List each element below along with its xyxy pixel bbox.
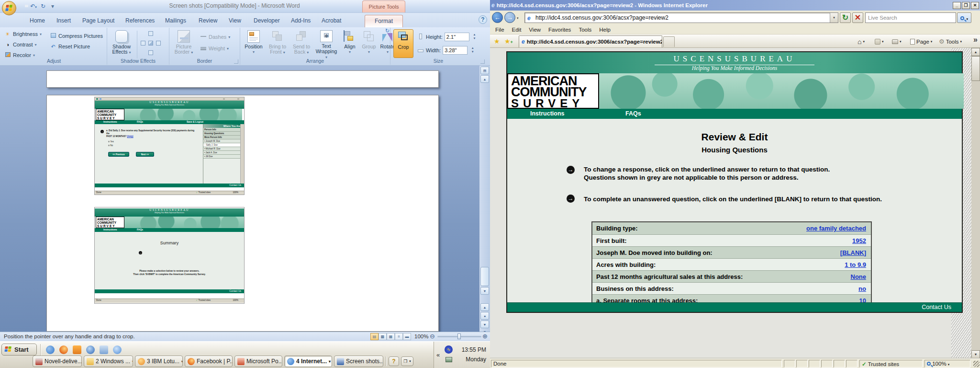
history-dropdown-icon[interactable]: ▾ (517, 16, 519, 20)
tray-clock-day[interactable]: Monday (466, 356, 486, 363)
next-page-icon[interactable]: ▼▼ (480, 321, 489, 328)
width-stepper[interactable]: ▲▼ (469, 46, 476, 55)
full-screen-reading-view-icon[interactable]: ▩ (379, 333, 387, 340)
print-layout-view-icon[interactable]: ▤ (370, 333, 379, 340)
quicklaunch-maxthon-icon[interactable] (113, 345, 122, 354)
taskbar-button-lotus-group[interactable]: 3 IBM Lotu...▾ (135, 356, 183, 367)
contact-us-link[interactable]: Contact Us (922, 304, 951, 310)
compress-pictures-button[interactable]: Compress Pictures (50, 33, 103, 39)
answer-link-acres[interactable]: 1 to 9.9 (845, 261, 871, 268)
select-browse-object-icon[interactable]: ● (480, 312, 489, 320)
print-button[interactable]: ▾ (892, 36, 902, 46)
page-zoom-pane[interactable]: 100% ▾ (924, 360, 970, 368)
scroll-down-icon[interactable]: ▼ (480, 287, 489, 295)
taskbar-button-windows-group[interactable]: 2 Windows ...▾ (84, 356, 133, 367)
view-ruler-icon[interactable]: ▤ (480, 67, 489, 74)
redo-icon[interactable]: ↻ (39, 2, 47, 10)
close-icon[interactable]: ✕ (971, 2, 979, 9)
mini-sidebar-person-2-selected[interactable]: – Sally J. Doe (203, 143, 241, 147)
mini-help-link[interactable]: (Help) (127, 135, 134, 138)
nav-faqs[interactable]: FAQs (625, 110, 641, 117)
zoom-in-icon[interactable]: ⊕ (482, 333, 488, 340)
taskbar-help-button[interactable]: ? (389, 356, 399, 366)
word-help-button[interactable]: ? (479, 15, 487, 24)
toolbar-overflow-icon[interactable]: » (973, 35, 978, 44)
align-button[interactable]: Align▾ (340, 29, 360, 60)
send-to-back-button[interactable]: Send to Back ▾ (290, 29, 313, 60)
feeds-button[interactable]: ▾ (875, 36, 884, 46)
reset-picture-button[interactable]: ↶ Reset Picture (50, 43, 90, 50)
previous-page-icon[interactable]: ▲▲ (480, 303, 489, 311)
tab-insert[interactable]: Insert (52, 15, 76, 27)
mini-sidebar-person-info[interactable]: Person Info (203, 128, 241, 132)
mini-sidebar-person-5[interactable]: • Jill Doe (203, 155, 241, 159)
restore-icon[interactable]: ❐ (962, 2, 970, 9)
text-wrapping-button[interactable]: ❄ Text Wrapping ▾ (315, 29, 338, 60)
nudge-shadow-up-icon[interactable] (147, 31, 154, 37)
mini-previous-button[interactable]: << Previous (108, 152, 129, 157)
mini-sidebar-person-3[interactable]: • Michael R. Doe (203, 147, 241, 151)
word-scrollbar[interactable]: ▤ ▲ ▼ ▲▲ ● ▼▼ (479, 66, 490, 332)
answer-link-business[interactable]: no (858, 285, 871, 292)
back-icon[interactable]: ← (492, 12, 503, 23)
resize-grip[interactable] (973, 361, 980, 367)
undo-icon[interactable]: ↶▾ (30, 2, 37, 10)
tab-view[interactable]: View (224, 15, 246, 27)
zoom-slider[interactable] (437, 336, 481, 337)
mini-nav-faqs-2[interactable]: FAQs (137, 228, 143, 231)
bring-to-front-button[interactable]: Bring to Front ▾ (266, 29, 289, 60)
start-button[interactable]: Start (1, 344, 37, 356)
toggle-shadow-icon[interactable] (147, 40, 154, 47)
tab-developer[interactable]: Developer (249, 15, 285, 27)
network-icon[interactable] (445, 357, 452, 362)
qat-more-icon[interactable]: ▾ (49, 2, 56, 10)
mini-sidebar-housing-questions[interactable]: Housing Questions (203, 132, 241, 136)
tab-page-layout[interactable]: Page Layout (78, 15, 119, 27)
answer-link-building-type[interactable]: one family detached (806, 225, 871, 232)
menu-favorites[interactable]: Favorites (545, 26, 574, 34)
crop-button[interactable]: Crop (393, 29, 413, 58)
tab-acrobat[interactable]: Acrobat (317, 15, 346, 27)
address-url[interactable]: http://idc4.ssd.census.gov:3006/acsx?pag… (535, 14, 668, 21)
answer-link-first-built[interactable]: 1952 (852, 237, 871, 244)
tray-chevron-icon[interactable]: « (436, 351, 440, 358)
menu-view[interactable]: View (525, 26, 544, 34)
quicklaunch-messenger-icon[interactable] (73, 345, 81, 354)
word-titlebar[interactable]: ↶▾ ↻ ▾ Screen shots [Compatibility Mode]… (0, 0, 490, 13)
word-zoom-level[interactable]: 100% (414, 334, 428, 339)
ie-scrollbar[interactable]: ▲ ▼ (971, 48, 980, 358)
zoom-slider-thumb[interactable] (457, 334, 461, 339)
search-input[interactable]: Live Search (865, 12, 956, 23)
add-favorite-icon[interactable]: ★+ (504, 37, 513, 45)
mini-nav-faqs[interactable]: FAQs (137, 120, 143, 123)
taskbar-button-internet-explorer-group[interactable]: 4 Internet...▾ (284, 356, 332, 367)
mini-radio-yes[interactable]: Yes (108, 140, 114, 143)
document-page-2[interactable]: USCENSUSBUREAU Helping You Make Informed… (46, 95, 439, 332)
brightness-button[interactable]: ☀ Brightness▾ (4, 31, 42, 37)
mini-contact-link[interactable]: Contact Us (229, 184, 241, 186)
save-icon[interactable] (20, 2, 28, 10)
contrast-button[interactable]: ◑ Contrast▾ (4, 41, 37, 48)
stop-icon[interactable]: ✕ (852, 12, 863, 23)
search-button[interactable]: ▾ (957, 12, 971, 23)
minimize-icon[interactable]: _ (953, 2, 961, 9)
embedded-screenshot-acs-question[interactable]: USCENSUSBUREAU Helping You Make Informed… (94, 97, 245, 195)
quicklaunch-internet-explorer-icon[interactable] (46, 345, 55, 354)
tab-add-ins[interactable]: Add-Ins (286, 15, 315, 27)
tools-menu-button[interactable]: ⚙ Tools▾ (939, 36, 962, 46)
mini-next-button[interactable]: Next >> (136, 152, 154, 157)
mini-nav-save-logout[interactable]: Save & Logout (187, 120, 203, 123)
width-input[interactable]: 3.28" (443, 46, 468, 55)
page-menu-button[interactable]: Page▾ (910, 36, 932, 46)
quicklaunch-firefox-icon[interactable] (59, 345, 68, 354)
recolor-button[interactable]: Recolor▾ (4, 52, 35, 58)
tray-clock-time[interactable]: 13:55 PM (462, 346, 486, 353)
home-button[interactable]: ⌂▾ (858, 36, 865, 46)
office-button[interactable] (2, 1, 16, 15)
quicklaunch-media-player-icon[interactable] (86, 345, 95, 354)
menu-help[interactable]: Help (596, 26, 614, 34)
mini-sidebar-person-4[interactable]: • Jack A. Doe (203, 151, 241, 155)
draft-view-icon[interactable]: ▬ (403, 333, 411, 340)
tab-review[interactable]: Review (194, 15, 222, 27)
new-tab-stub[interactable] (663, 36, 675, 47)
